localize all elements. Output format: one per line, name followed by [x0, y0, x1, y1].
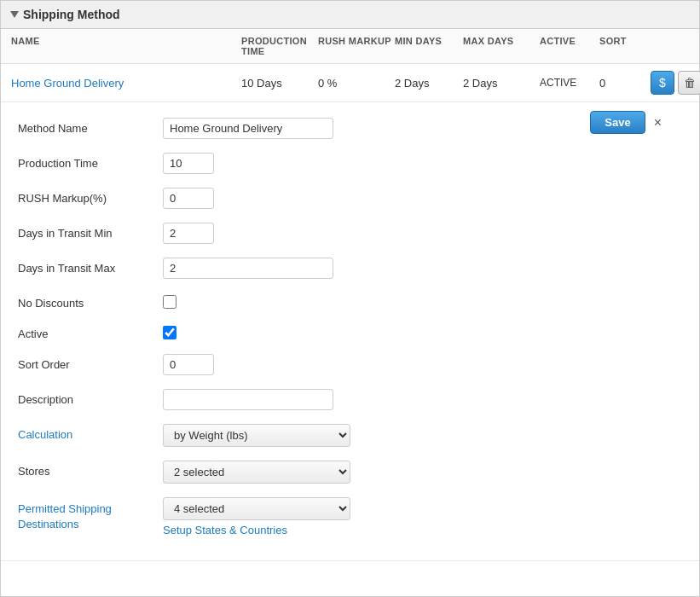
description-input[interactable]: [163, 389, 333, 410]
page-wrapper: Shipping Method Name Production Time Rus…: [0, 0, 700, 597]
setup-states-link[interactable]: Setup States & Countries: [163, 524, 287, 536]
edit-button[interactable]: $: [651, 71, 674, 95]
method-name-label: Method Name: [18, 118, 146, 135]
col-actions: [651, 36, 700, 56]
production-time-label: Production Time: [18, 153, 146, 170]
permitted-container: 4 selected Setup States & Countries: [163, 497, 350, 536]
description-row: Description: [18, 382, 682, 417]
method-name-input[interactable]: [163, 118, 333, 139]
production-time-input[interactable]: [163, 153, 214, 174]
no-discounts-checkbox[interactable]: [163, 295, 176, 309]
stores-row: Stores 2 selected: [18, 454, 682, 490]
col-sort: Sort: [599, 36, 651, 56]
days-max-row: Days in Transit Max: [18, 251, 682, 286]
row-sort: 0: [599, 77, 651, 90]
row-min-days: 2 Days: [395, 77, 463, 90]
days-max-label: Days in Transit Max: [18, 258, 146, 275]
calculation-row: Calculation by Weight (lbs) by Price Fla…: [18, 417, 682, 454]
delete-button[interactable]: 🗑: [678, 71, 700, 95]
row-production-time: 10 Days: [241, 77, 318, 90]
active-row: Active: [18, 316, 682, 347]
collapse-icon: [10, 11, 19, 18]
permitted-label: Permitted Shipping Destinations: [18, 497, 146, 532]
save-button[interactable]: Save: [590, 111, 645, 134]
description-label: Description: [18, 389, 146, 406]
active-checkbox[interactable]: [163, 326, 176, 339]
table-header: Name Production Time Rush Markup Min Day…: [1, 29, 699, 64]
row-max-days: 2 Days: [463, 77, 540, 90]
save-cancel-row: Save ×: [590, 111, 665, 134]
col-production-time: Production Time: [241, 36, 318, 56]
cancel-button[interactable]: ×: [651, 115, 665, 130]
row-rush-markup: 0 %: [318, 77, 395, 90]
permitted-destinations-row: Permitted Shipping Destinations 4 select…: [18, 490, 682, 543]
section-header[interactable]: Shipping Method: [1, 1, 699, 29]
calculation-select[interactable]: by Weight (lbs) by Price Flat Rate: [163, 424, 350, 447]
no-discounts-label: No Discounts: [18, 293, 146, 310]
days-max-input[interactable]: [163, 258, 333, 279]
production-time-row: Production Time: [18, 146, 682, 181]
stores-label: Stores: [18, 461, 146, 478]
rush-markup-label: RUSH Markup(%): [18, 188, 146, 205]
active-label: Active: [18, 323, 146, 340]
col-max-days: Max Days: [463, 36, 540, 56]
permitted-select[interactable]: 4 selected: [163, 497, 350, 520]
days-min-input[interactable]: [163, 223, 214, 244]
row-active: ACTIVE: [540, 77, 599, 89]
row-actions: $ 🗑: [651, 71, 700, 95]
table-row: Home Ground Delivery 10 Days 0 % 2 Days …: [1, 64, 699, 102]
col-name: Name: [11, 36, 241, 56]
rush-markup-row: RUSH Markup(%): [18, 181, 682, 216]
days-min-row: Days in Transit Min: [18, 216, 682, 251]
section-title: Shipping Method: [23, 8, 120, 21]
stores-select[interactable]: 2 selected: [163, 461, 350, 484]
method-name-row: Method Name Save ×: [18, 111, 682, 146]
col-active: Active: [540, 36, 599, 56]
sort-order-input[interactable]: [163, 354, 214, 375]
sort-order-row: Sort Order: [18, 347, 682, 382]
days-min-label: Days in Transit Min: [18, 223, 146, 240]
sort-order-label: Sort Order: [18, 354, 146, 371]
no-discounts-row: No Discounts: [18, 286, 682, 316]
form-section: Method Name Save × Production Time RUSH …: [1, 102, 699, 561]
rush-markup-input[interactable]: [163, 188, 214, 209]
col-min-days: Min Days: [395, 36, 463, 56]
calculation-label: Calculation: [18, 424, 146, 441]
method-name-link[interactable]: Home Ground Delivery: [11, 77, 241, 90]
col-rush-markup: Rush Markup: [318, 36, 395, 56]
